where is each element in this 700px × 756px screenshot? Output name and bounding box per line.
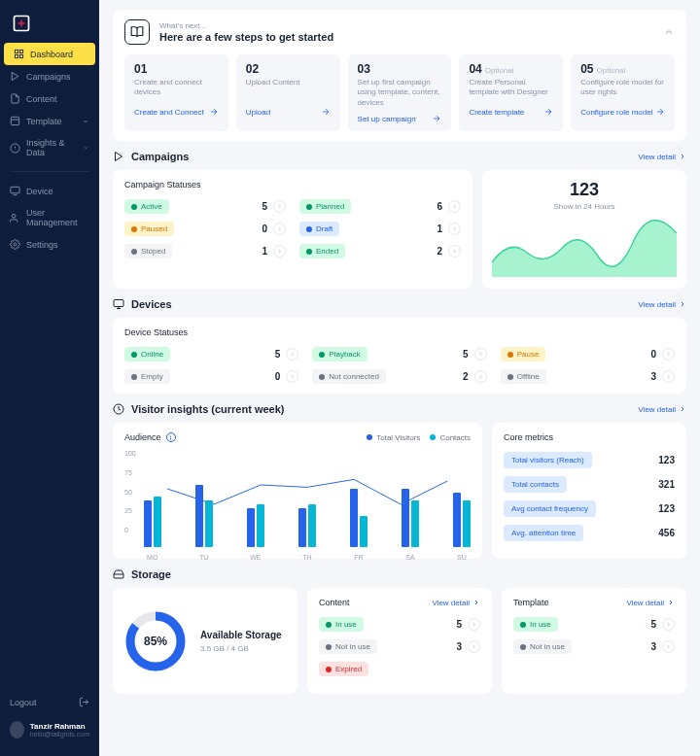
expand-icon[interactable] <box>662 640 675 653</box>
metric-label: Total visitors (Reach) <box>504 452 592 468</box>
status-dot <box>508 352 513 358</box>
nav-item-content[interactable]: Content <box>0 87 99 110</box>
banner-subtitle: What's next... <box>159 21 653 30</box>
donut-percent: 85% <box>144 635 167 648</box>
user-block[interactable]: Tanzir Rahman hello@tallgrids.com <box>0 713 99 746</box>
y-tick: 25 <box>124 507 136 514</box>
count-value: 3 <box>650 641 656 652</box>
count-value: 0 <box>275 371 281 382</box>
status-badge: Empty <box>124 369 170 384</box>
expand-icon[interactable] <box>273 223 286 235</box>
step-desc: Create and connect devices <box>134 78 219 101</box>
bar-visitors <box>247 508 255 547</box>
status-dot <box>306 204 312 210</box>
step-link[interactable]: Configure role model <box>580 107 665 117</box>
bar-visitors <box>144 500 152 547</box>
main-content: What's next... Here are a few steps to g… <box>99 0 700 756</box>
expand-icon[interactable] <box>286 348 298 361</box>
view-detail-link[interactable]: View detail <box>638 153 686 161</box>
step-link[interactable]: Create template <box>469 107 553 117</box>
expand-icon[interactable] <box>448 245 461 258</box>
status-badge: Planned <box>299 199 351 214</box>
bar-visitors <box>350 489 358 547</box>
expand-icon[interactable] <box>448 223 461 235</box>
bar-group: MO <box>144 469 161 547</box>
status-dot <box>508 374 513 380</box>
x-label: SA <box>405 554 414 561</box>
view-detail-link[interactable]: View detail <box>638 405 686 414</box>
x-label: WE <box>250 554 261 561</box>
expand-icon[interactable] <box>662 348 675 361</box>
count-cell: 1 <box>262 245 286 258</box>
bar-visitors <box>298 508 306 547</box>
storage-row: In use5 <box>513 617 675 632</box>
nav-item-dashboard[interactable]: Dashboard <box>4 43 95 65</box>
count-value: 2 <box>463 371 469 382</box>
expand-icon[interactable] <box>273 200 286 213</box>
arrow-right-icon <box>321 107 331 117</box>
count-cell: 5 <box>262 200 286 213</box>
status-dot <box>520 622 526 628</box>
status-dot <box>319 374 325 380</box>
avatar <box>10 721 24 739</box>
nav-item-user-management[interactable]: User Management <box>0 202 99 233</box>
count-cell: 3 <box>650 640 675 653</box>
step-link[interactable]: Upload <box>246 107 331 117</box>
expand-icon[interactable] <box>468 618 480 631</box>
expand-icon[interactable] <box>662 618 675 631</box>
view-detail-link[interactable]: View detail <box>432 599 480 607</box>
logout-button[interactable]: Logout <box>0 691 99 713</box>
status-dot <box>131 374 137 380</box>
svg-rect-3 <box>19 54 22 57</box>
bar-group: TU <box>195 469 213 547</box>
view-detail-link[interactable]: View detail <box>638 300 686 309</box>
nav-item-template[interactable]: Template <box>0 110 99 132</box>
nav-label: User Management <box>26 208 89 227</box>
nav-icon <box>10 116 20 126</box>
svg-marker-19 <box>116 153 122 161</box>
step-link[interactable]: Create and Connect <box>134 107 219 117</box>
expand-icon[interactable] <box>286 370 298 383</box>
info-icon[interactable]: i <box>166 432 176 442</box>
nav-item-device[interactable]: Device <box>0 180 99 202</box>
expand-icon[interactable] <box>468 640 480 653</box>
chevron-up-icon[interactable] <box>663 26 675 38</box>
nav-icon <box>10 213 20 223</box>
metric-value: 123 <box>658 455 675 465</box>
nav-item-insights-&-data[interactable]: Insights & Data <box>0 132 99 163</box>
count-cell: 5 <box>275 348 299 361</box>
count-cell: 1 <box>437 223 461 235</box>
expand-icon[interactable] <box>474 348 487 361</box>
step-link[interactable]: Set up campaign <box>358 114 442 123</box>
step-desc: Create Personal template with Designer <box>469 78 553 101</box>
status-badge: Draft <box>299 222 339 236</box>
step-number: 01 <box>134 62 219 76</box>
nav-item-campaigns[interactable]: Campaigns <box>0 65 99 87</box>
expand-icon[interactable] <box>273 245 286 258</box>
nav-icon <box>10 71 20 82</box>
step-card: 05OptionalConfigure role model for user … <box>571 54 675 131</box>
count-cell: 0 <box>650 348 675 361</box>
count-cell: 5 <box>650 618 675 631</box>
nav-divider <box>10 171 89 172</box>
x-label: TH <box>302 554 311 561</box>
count-value: 5 <box>275 349 281 360</box>
metric-value: 321 <box>658 479 675 490</box>
view-detail-link[interactable]: View detail <box>626 599 675 607</box>
nav-item-settings[interactable]: Settings <box>0 233 99 256</box>
svg-rect-2 <box>19 50 22 52</box>
svg-rect-20 <box>114 300 123 307</box>
status-badge: Expired <box>319 662 368 676</box>
expand-icon[interactable] <box>474 370 487 383</box>
metric-value: 123 <box>658 503 675 514</box>
count-cell: 2 <box>437 245 461 258</box>
bar-visitors <box>402 489 409 547</box>
expand-icon[interactable] <box>448 200 461 213</box>
step-card: 01Create and connect devicesCreate and C… <box>124 54 228 131</box>
count-cell: 3 <box>456 640 480 653</box>
status-badge: Paused <box>124 222 174 236</box>
legend-dot <box>430 434 436 440</box>
device-statuses-panel: Device Statuses Online5Playback5Pause0Em… <box>113 318 686 394</box>
user-email: hello@tallgrids.com <box>30 731 89 738</box>
expand-icon[interactable] <box>662 370 675 383</box>
